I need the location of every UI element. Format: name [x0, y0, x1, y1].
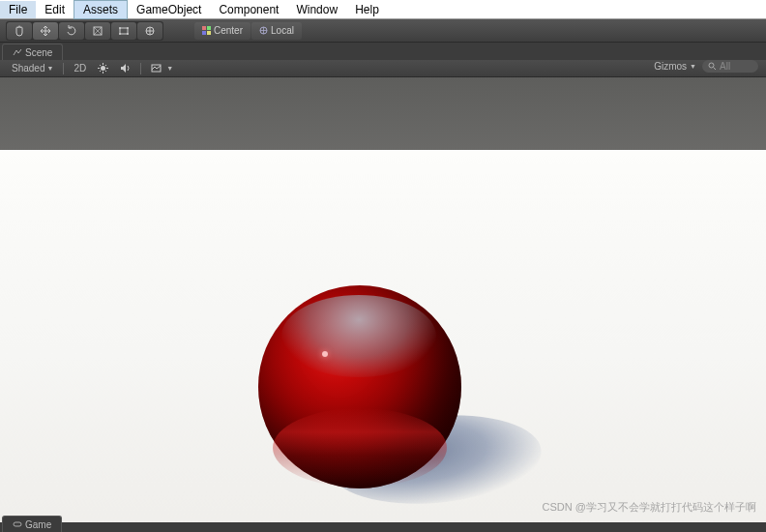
- svg-point-4: [119, 33, 121, 35]
- pivot-controls: Center Local: [194, 22, 302, 40]
- svg-point-12: [101, 66, 105, 71]
- transform-tool[interactable]: [137, 22, 162, 40]
- scene-tab-icon: [13, 47, 22, 57]
- panel-tabs: Scene: [0, 43, 766, 60]
- scene-search[interactable]: All: [702, 60, 758, 73]
- scene-tab-label: Scene: [25, 47, 52, 58]
- scale-tool[interactable]: [85, 22, 110, 40]
- separator: [63, 63, 64, 74]
- move-tool[interactable]: [33, 22, 58, 40]
- hand-tool[interactable]: [7, 22, 32, 40]
- menu-component[interactable]: Component: [210, 1, 287, 18]
- pivot-local-button[interactable]: Local: [251, 22, 302, 40]
- scene-sphere-object: [258, 285, 461, 488]
- svg-rect-1: [120, 28, 128, 34]
- svg-rect-9: [202, 31, 206, 35]
- tab-scene[interactable]: Scene: [2, 44, 63, 60]
- svg-rect-8: [207, 26, 211, 30]
- pivot-center-label: Center: [214, 25, 243, 36]
- audio-toggle[interactable]: [114, 63, 136, 74]
- pivot-center-button[interactable]: Center: [194, 22, 250, 40]
- main-toolbar: Center Local: [0, 19, 766, 43]
- transform-tools: [6, 21, 163, 41]
- gizmos-dropdown[interactable]: Gizmos ▼: [654, 61, 696, 72]
- separator: [140, 63, 141, 74]
- center-icon: [202, 26, 211, 35]
- chevron-down-icon: ▼: [166, 65, 173, 72]
- scene-toolbar: Shaded ▼ 2D ▼: [0, 60, 766, 77]
- shading-label: Shaded: [12, 63, 44, 74]
- game-tab-label: Game: [25, 519, 51, 530]
- menu-assets[interactable]: Assets: [74, 0, 128, 19]
- shading-dropdown[interactable]: Shaded ▼: [6, 63, 59, 74]
- menu-window[interactable]: Window: [287, 1, 346, 18]
- menu-edit[interactable]: Edit: [36, 1, 74, 18]
- watermark-text: CSDN @学习又不会学就打打代码这个样子啊: [543, 500, 756, 515]
- mode-2d-toggle[interactable]: 2D: [68, 63, 92, 74]
- rect-tool[interactable]: [111, 22, 136, 40]
- menu-help[interactable]: Help: [346, 1, 388, 18]
- rotate-tool[interactable]: [59, 22, 84, 40]
- tab-game[interactable]: Game: [2, 516, 62, 532]
- scene-overlay-controls: Gizmos ▼ All: [654, 60, 758, 73]
- svg-rect-10: [207, 31, 211, 35]
- svg-point-2: [119, 27, 121, 29]
- search-placeholder: All: [720, 61, 730, 72]
- gizmos-label: Gizmos: [654, 61, 687, 72]
- local-icon: [259, 26, 268, 35]
- chevron-down-icon: ▼: [690, 63, 696, 70]
- svg-rect-7: [202, 26, 206, 30]
- main-menu-bar: File Edit Assets GameObject Component Wi…: [0, 0, 766, 19]
- svg-point-3: [127, 27, 129, 29]
- search-icon: [708, 62, 717, 71]
- fx-dropdown[interactable]: ▼: [145, 63, 179, 74]
- game-tab-icon: [13, 519, 22, 529]
- lighting-toggle[interactable]: [92, 63, 114, 74]
- menu-gameobject[interactable]: GameObject: [128, 1, 210, 18]
- pivot-local-label: Local: [271, 25, 294, 36]
- menu-file[interactable]: File: [0, 1, 36, 18]
- svg-point-5: [127, 33, 129, 35]
- scene-viewport[interactable]: [0, 77, 766, 522]
- svg-point-14: [709, 63, 714, 68]
- svg-rect-15: [14, 522, 21, 526]
- chevron-down-icon: ▼: [46, 65, 53, 72]
